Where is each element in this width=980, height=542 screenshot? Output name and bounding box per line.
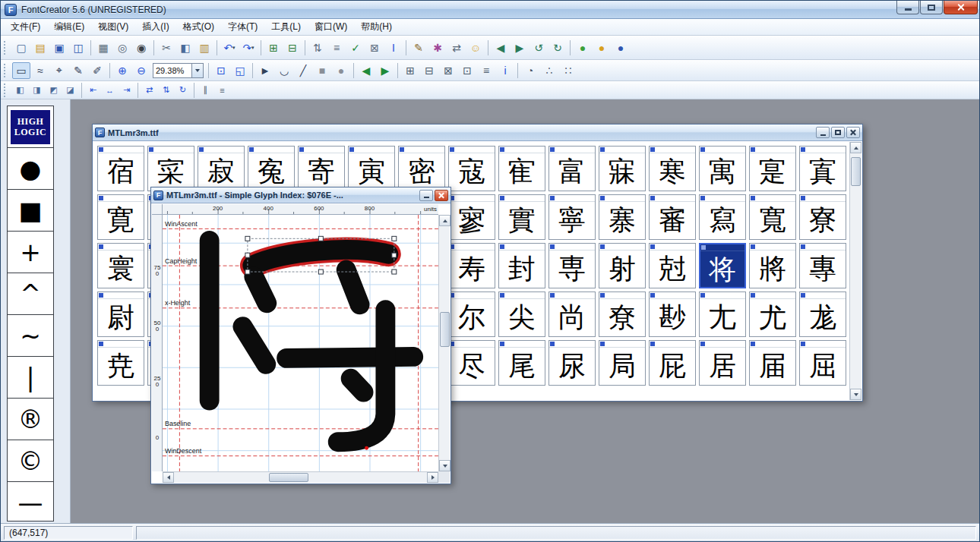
glyph-cell[interactable]: 寰 — [97, 243, 144, 288]
glyph-cell[interactable]: 寮 — [799, 194, 846, 240]
new-font-button[interactable]: ▢ — [12, 39, 30, 56]
maximize-button[interactable] — [920, 1, 943, 14]
glyph-cell[interactable]: 寉 — [498, 146, 545, 191]
zoom-out-button[interactable]: ⊖ — [132, 62, 150, 79]
insert-glyphs-button[interactable]: ⊞ — [264, 39, 283, 56]
pan-tool-button[interactable]: ⌖ — [50, 62, 68, 79]
distribute-horizontal-button[interactable]: ∥ — [198, 84, 213, 97]
scroll-down-button[interactable] — [439, 460, 450, 471]
menu-item-format[interactable]: 格式(O) — [176, 18, 221, 36]
glyph-cell[interactable]: 尭 — [97, 340, 144, 386]
glyph-cell[interactable]: 尿 — [548, 340, 596, 386]
font-test-button[interactable]: ✓ — [346, 39, 365, 56]
align-center-button[interactable]: ↔ — [102, 84, 118, 97]
composite-links-button[interactable]: ∷ — [559, 62, 577, 79]
glyph-cell[interactable]: 尤 — [749, 291, 796, 337]
glyph-cell[interactable]: 寄 — [298, 146, 345, 191]
previous-glyph-button[interactable]: ◀ — [492, 39, 510, 56]
glyph-cell[interactable]: 寧 — [548, 194, 596, 240]
menu-item-edit[interactable]: 编辑(E) — [47, 18, 91, 36]
snap-to-grid-button[interactable]: ⊡ — [458, 62, 476, 79]
glyph-cell[interactable]: 寘 — [799, 146, 846, 191]
glyph-canvas[interactable]: WinAscent CapHeight x-Height Baseline Wi… — [163, 215, 438, 471]
ellipse-mode-button[interactable]: ● — [332, 62, 350, 79]
pointer-mode-button[interactable]: ► — [256, 62, 274, 79]
redo-button[interactable]: ↷▾ — [239, 39, 258, 56]
glyph-cell[interactable]: 寔 — [749, 146, 796, 191]
overview-minimize-button[interactable] — [816, 127, 830, 138]
copy-button[interactable]: ◧ — [176, 39, 194, 56]
scroll-down-button[interactable] — [850, 389, 861, 400]
glyph-cell[interactable]: 尖 — [498, 291, 545, 337]
menu-item-file[interactable]: 文件(F) — [4, 18, 47, 36]
glyph-cell[interactable]: 局 — [599, 340, 646, 386]
scroll-right-button[interactable] — [427, 472, 438, 483]
paste-button[interactable]: ▥ — [195, 39, 213, 56]
glyph-outline[interactable] — [210, 241, 414, 442]
eyedropper-tool-button[interactable]: ✐ — [88, 62, 106, 79]
save-all-button[interactable]: ◫ — [69, 39, 87, 56]
print-button[interactable]: ▦ — [94, 39, 112, 56]
align-left-button[interactable]: ⇤ — [85, 84, 101, 97]
overview-scrollbar[interactable] — [849, 142, 861, 400]
glyph-cell-selected[interactable]: 将 — [699, 243, 746, 288]
glyph-cell[interactable]: 寬 — [749, 194, 796, 240]
preview-smiley-button[interactable]: ☺ — [466, 39, 485, 56]
open-font-button[interactable]: ▤ — [31, 39, 49, 56]
glyph-cell[interactable]: 富 — [548, 146, 596, 191]
glyph-cell[interactable]: 專 — [799, 243, 846, 288]
toolbar-grip[interactable] — [4, 84, 8, 97]
glyph-cell[interactable]: 尨 — [799, 291, 846, 337]
glyph-cell[interactable]: 届 — [749, 340, 796, 386]
lasso-select-button[interactable]: ≈ — [31, 62, 49, 79]
glyph-cell[interactable]: 射 — [599, 243, 646, 288]
nav-back-button[interactable]: ◀ — [357, 62, 375, 79]
show-metrics-button[interactable]: ⊠ — [439, 62, 457, 79]
compare-fonts-button[interactable]: ⇄ — [447, 39, 466, 56]
zoom-rectangle-button[interactable]: ⊡ — [212, 62, 230, 79]
glyph-cell[interactable]: 寿 — [448, 243, 495, 288]
distribute-vertical-button[interactable]: ≡ — [214, 84, 230, 97]
glyph-cell[interactable]: 尢 — [699, 291, 746, 337]
glyph-cell[interactable]: 密 — [398, 146, 445, 191]
bring-forward-button[interactable]: ◩ — [46, 84, 62, 97]
glyph-info-button[interactable]: i — [496, 62, 514, 79]
title-bar[interactable]: F FontCreator 5.6 (UNREGISTERED) — [1, 1, 979, 19]
glyph-cell[interactable]: 居 — [699, 340, 746, 386]
scrollbar-thumb[interactable] — [440, 312, 450, 347]
save-font-button[interactable]: ▣ — [50, 39, 68, 56]
menu-item-tools[interactable]: 工具(L) — [264, 18, 308, 36]
rotate-left-button[interactable]: ↺ — [530, 39, 548, 56]
menu-item-help[interactable]: 帮助(H) — [354, 18, 399, 36]
glyph-cell[interactable]: 實 — [498, 194, 545, 240]
glyph-strip-item[interactable]: HIGHLOGIC — [8, 106, 53, 148]
contour-direction-button[interactable]: ◔ — [521, 62, 539, 79]
curve-mode-button[interactable]: ◡ — [275, 62, 293, 79]
insert-character-button[interactable]: I — [384, 39, 403, 56]
rectangle-select-button[interactable]: ▭ — [12, 62, 30, 79]
glyph-cell[interactable]: 寀 — [147, 146, 194, 191]
glyph-cell[interactable]: 將 — [749, 243, 796, 288]
glyph-cell[interactable]: 寥 — [448, 194, 495, 240]
glyph-strip-item[interactable]: ■ — [8, 190, 53, 232]
glyph-cell[interactable]: 尚 — [548, 291, 596, 337]
glyph-cell[interactable]: 尅 — [649, 243, 696, 288]
print-preview-button[interactable]: ◎ — [113, 39, 131, 56]
export-opentype-button[interactable]: ● — [593, 39, 611, 56]
transform-wizard-button[interactable]: ✱ — [428, 39, 447, 56]
glyph-cell[interactable]: 専 — [548, 243, 596, 288]
editor-close-button[interactable] — [435, 190, 448, 201]
menu-item-view[interactable]: 视图(V) — [91, 18, 135, 36]
glyph-cell[interactable]: 屈 — [799, 340, 846, 386]
nav-forward-button[interactable]: ▶ — [376, 62, 394, 79]
scrollbar-thumb[interactable] — [851, 157, 861, 186]
glyph-strip-item[interactable]: | — [8, 357, 53, 399]
bring-to-front-button[interactable]: ◧ — [12, 84, 28, 97]
glyph-strip-item[interactable]: ~ — [8, 315, 53, 357]
glyph-cell[interactable]: 尉 — [97, 291, 144, 337]
overview-maximize-button[interactable] — [831, 127, 845, 138]
glyph-cell[interactable]: 屁 — [649, 340, 696, 386]
glyph-cell[interactable]: 寓 — [699, 146, 746, 191]
send-backward-button[interactable]: ◪ — [62, 84, 78, 97]
glyph-cell[interactable]: 尠 — [649, 291, 696, 337]
